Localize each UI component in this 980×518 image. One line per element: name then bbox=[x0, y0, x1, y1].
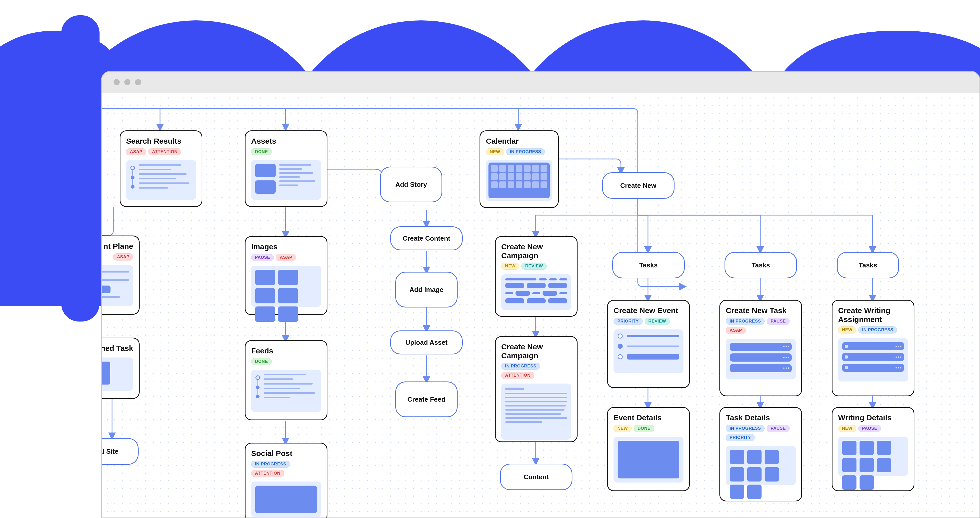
card-preview bbox=[726, 338, 796, 380]
badge-pause: PAUSE bbox=[858, 425, 881, 432]
pill-add-story[interactable]: Add Story bbox=[380, 167, 442, 202]
svg-rect-3 bbox=[61, 15, 100, 321]
badge-review: REVIEW bbox=[522, 262, 547, 270]
card-preview bbox=[501, 274, 571, 310]
card-preview bbox=[838, 338, 908, 381]
card-feeds[interactable]: Feeds DONE bbox=[245, 340, 328, 420]
badge-asap: ASAP bbox=[726, 327, 746, 334]
badge-new: NEW bbox=[486, 148, 504, 156]
badge-review: REVIEW bbox=[645, 318, 670, 325]
card-preview bbox=[838, 437, 908, 476]
badge-inprogress: IN PROGRESS bbox=[858, 326, 897, 334]
pill-upload-asset[interactable]: Upload Asset bbox=[390, 331, 463, 354]
badge-pause: PAUSE bbox=[767, 425, 789, 432]
card-create-writing[interactable]: Create Writing Assignment NEW IN PROGRES… bbox=[832, 300, 915, 396]
badge-asap: ASAP bbox=[276, 254, 296, 261]
card-badges: NEW PAUSE bbox=[838, 425, 908, 432]
badge-priority: PRIORITY bbox=[726, 434, 755, 441]
card-badges: NEW IN PROGRESS bbox=[838, 326, 908, 334]
card-create-campaign[interactable]: Create New Campaign NEW REVIEW bbox=[495, 236, 578, 317]
card-preview bbox=[251, 160, 321, 200]
badge-new: NEW bbox=[614, 425, 632, 432]
card-title: Task Details bbox=[726, 413, 796, 422]
card-badges: DONE bbox=[251, 358, 321, 365]
card-preview bbox=[251, 370, 321, 412]
card-title: Create New Event bbox=[614, 306, 683, 315]
card-preview bbox=[126, 160, 196, 200]
badge-asap: ASAP bbox=[113, 253, 133, 261]
badge-inprogress: IN PROGRESS bbox=[726, 425, 765, 432]
card-badges: IN PROGRESS ATTENTION bbox=[501, 362, 571, 379]
badge-attention: ATTENTION bbox=[148, 148, 181, 156]
badge-inprogress: IN PROGRESS bbox=[726, 318, 765, 325]
card-create-event[interactable]: Create New Event PRIORITY REVIEW bbox=[607, 300, 690, 388]
pill-create-content[interactable]: Create Content bbox=[390, 226, 463, 250]
window-zoom-dot[interactable] bbox=[135, 79, 141, 85]
card-calendar[interactable]: Calendar NEW IN PROGRESS bbox=[479, 130, 558, 208]
app-window: Search Results ASAP ATTENTION Assets DON… bbox=[101, 71, 980, 518]
card-task-details[interactable]: Task Details IN PROGRESS PAUSE PRIORITY bbox=[719, 407, 802, 501]
card-preview bbox=[251, 265, 321, 307]
card-badges: PAUSE ASAP bbox=[251, 254, 321, 261]
card-preview bbox=[486, 160, 552, 201]
card-title: Search Results bbox=[126, 137, 196, 146]
card-preview bbox=[614, 437, 683, 483]
connectors-layer bbox=[102, 93, 178, 131]
card-preview bbox=[501, 383, 571, 440]
pill-tasks-1[interactable]: Tasks bbox=[612, 252, 685, 278]
card-preview bbox=[614, 329, 683, 373]
pill-content[interactable]: Content bbox=[500, 464, 573, 490]
card-writing-details[interactable]: Writing Details NEW PAUSE bbox=[832, 407, 915, 491]
card-badges: DONE bbox=[251, 148, 321, 156]
badge-new: NEW bbox=[838, 425, 856, 432]
card-badges: NEW IN PROGRESS bbox=[486, 148, 552, 156]
card-assets[interactable]: Assets DONE bbox=[245, 130, 328, 207]
card-badges: PRIORITY REVIEW bbox=[614, 318, 683, 325]
card-badges: NEW REVIEW bbox=[501, 262, 571, 270]
card-event-details[interactable]: Event Details NEW DONE bbox=[607, 407, 690, 491]
badge-attention: ATTENTION bbox=[251, 470, 284, 477]
card-preview bbox=[101, 358, 133, 391]
badge-pause: PAUSE bbox=[767, 318, 789, 325]
card-social-post[interactable]: Social Post IN PROGRESS ATTENTION bbox=[245, 443, 328, 518]
card-create-task[interactable]: Create New Task IN PROGRESS PAUSE ASAP bbox=[719, 300, 802, 396]
badge-inprogress: IN PROGRESS bbox=[501, 362, 540, 370]
badge-inprogress: IN PROGRESS bbox=[251, 461, 290, 468]
card-content-plane[interactable]: nt Plane ASAP bbox=[101, 235, 140, 315]
badge-done: DONE bbox=[634, 425, 654, 432]
card-images[interactable]: Images PAUSE ASAP bbox=[245, 236, 328, 315]
card-title: Event Details bbox=[614, 413, 683, 422]
window-close-dot[interactable] bbox=[114, 79, 120, 85]
card-title: Social Post bbox=[251, 449, 321, 458]
card-badges: ASAP ATTENTION bbox=[126, 148, 196, 156]
card-finished-task[interactable]: shed Task bbox=[101, 338, 140, 399]
card-create-campaign-2[interactable]: Create New Campaign IN PROGRESS ATTENTIO… bbox=[495, 336, 578, 442]
card-title: Create New Campaign bbox=[501, 242, 571, 260]
card-title: Images bbox=[251, 242, 321, 251]
card-search-results[interactable]: Search Results ASAP ATTENTION bbox=[120, 130, 202, 207]
pill-add-image[interactable]: Add Image bbox=[395, 272, 458, 307]
badge-inprogress: IN PROGRESS bbox=[506, 148, 545, 156]
badge-new: NEW bbox=[838, 326, 856, 334]
card-title: Calendar bbox=[486, 137, 552, 146]
badge-attention: ATTENTION bbox=[501, 372, 535, 379]
window-titlebar bbox=[102, 72, 980, 93]
pill-create-new[interactable]: Create New bbox=[602, 172, 675, 199]
flow-canvas[interactable]: Search Results ASAP ATTENTION Assets DON… bbox=[102, 93, 980, 518]
card-title: Writing Details bbox=[838, 413, 908, 422]
card-preview bbox=[251, 481, 321, 517]
pill-create-feed[interactable]: Create Feed bbox=[395, 381, 458, 417]
badge-done: DONE bbox=[251, 358, 272, 365]
badge-done: DONE bbox=[251, 148, 272, 156]
badge-priority: PRIORITY bbox=[614, 318, 643, 325]
pill-tasks-2[interactable]: Tasks bbox=[724, 252, 797, 278]
card-title: Create New Task bbox=[726, 306, 796, 315]
card-title: Create New Campaign bbox=[501, 342, 571, 360]
window-minimize-dot[interactable] bbox=[124, 79, 130, 85]
pill-tasks-3[interactable]: Tasks bbox=[837, 252, 899, 278]
card-title: Create Writing Assignment bbox=[838, 306, 908, 324]
badge-new: NEW bbox=[501, 262, 519, 270]
calendar-icon bbox=[488, 162, 550, 198]
card-preview bbox=[726, 446, 796, 485]
pill-external-site[interactable]: ternal Site bbox=[101, 438, 138, 465]
